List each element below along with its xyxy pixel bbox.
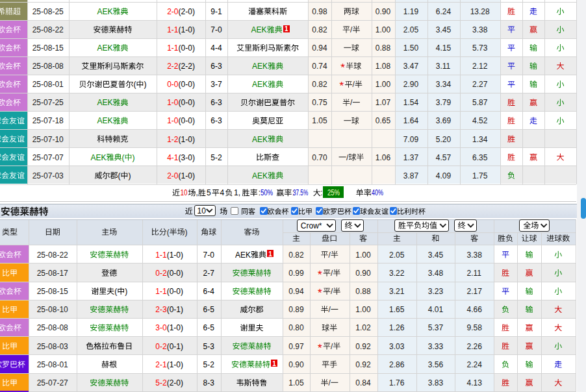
svg-text:3.87: 3.87 xyxy=(403,171,419,180)
svg-text:(1-0): (1-0) xyxy=(167,323,183,332)
svg-text:0.94: 0.94 xyxy=(312,43,327,53)
svg-text:0.94: 0.94 xyxy=(288,287,304,296)
svg-text:0.88: 0.88 xyxy=(355,287,371,296)
svg-text:(3-0): (3-0) xyxy=(179,153,195,162)
svg-text:1: 1 xyxy=(272,360,276,367)
svg-text:1.05: 1.05 xyxy=(288,378,304,387)
svg-text:*: * xyxy=(340,80,344,92)
svg-text:5-2: 5-2 xyxy=(203,360,215,369)
svg-text:2.12: 2.12 xyxy=(472,62,488,71)
svg-text:25-08-01: 25-08-01 xyxy=(37,360,68,369)
svg-text:0.90: 0.90 xyxy=(288,360,304,369)
svg-text:(2-0): (2-0) xyxy=(167,378,183,387)
svg-text:4.66: 4.66 xyxy=(467,305,483,314)
svg-text:AEK: AEK xyxy=(97,98,112,107)
svg-text:5.20: 5.20 xyxy=(436,135,452,144)
svg-text:(1-0): (1-0) xyxy=(179,135,195,144)
svg-text:3.33: 3.33 xyxy=(428,342,444,351)
svg-text:0.65: 0.65 xyxy=(376,116,391,125)
svg-text:0-0: 0-0 xyxy=(167,80,179,89)
svg-text:*: * xyxy=(318,287,322,299)
svg-text:25-07-10: 25-07-10 xyxy=(32,135,64,144)
svg-text:1.54: 1.54 xyxy=(403,98,419,107)
svg-text:0.82: 0.82 xyxy=(288,251,304,260)
svg-text:(: ( xyxy=(134,80,136,89)
svg-text:(2-2): (2-2) xyxy=(179,62,195,71)
svg-text:25-08-08: 25-08-08 xyxy=(37,323,68,332)
svg-text:(: ( xyxy=(118,171,121,180)
svg-text:0.88: 0.88 xyxy=(376,43,391,53)
svg-text::: : xyxy=(320,188,322,197)
svg-text:3.38: 3.38 xyxy=(472,25,488,34)
svg-text:3.47: 3.47 xyxy=(403,62,419,71)
svg-text:2.27: 2.27 xyxy=(472,80,488,89)
svg-text:3.79: 3.79 xyxy=(436,98,452,107)
svg-text:(0-0): (0-0) xyxy=(179,80,195,89)
svg-text:6-5: 6-5 xyxy=(203,323,215,332)
svg-text:6.35: 6.35 xyxy=(472,153,488,162)
svg-text:AEK: AEK xyxy=(252,62,268,71)
svg-text:): ) xyxy=(128,171,131,180)
svg-text:4-1: 4-1 xyxy=(167,153,179,162)
svg-text:1-1: 1-1 xyxy=(155,251,167,260)
svg-text:(: ( xyxy=(122,153,125,162)
svg-text:0.98: 0.98 xyxy=(312,7,327,16)
svg-text:0.97: 0.97 xyxy=(288,342,304,351)
svg-text:1: 1 xyxy=(285,25,288,32)
svg-text:25%: 25% xyxy=(327,188,340,197)
svg-text:0.80: 0.80 xyxy=(288,323,304,332)
svg-text:25-07-27: 25-07-27 xyxy=(37,378,68,387)
svg-text:1.00: 1.00 xyxy=(355,305,371,314)
svg-text:4.13: 4.13 xyxy=(467,378,483,387)
svg-text:2.05: 2.05 xyxy=(403,25,419,34)
svg-text:0.90: 0.90 xyxy=(376,7,391,16)
svg-text:/: / xyxy=(331,287,333,296)
svg-text:1.65: 1.65 xyxy=(389,305,405,314)
svg-text:1.02: 1.02 xyxy=(355,323,371,332)
svg-text:2-0: 2-0 xyxy=(167,7,179,16)
svg-text:1.76: 1.76 xyxy=(389,378,405,387)
svg-text:(0-1): (0-1) xyxy=(167,305,183,314)
svg-text:(0-0): (0-0) xyxy=(179,116,195,125)
svg-text:(1-0): (1-0) xyxy=(167,360,183,369)
svg-text:/: / xyxy=(353,80,355,89)
svg-text:0-2: 0-2 xyxy=(155,342,167,351)
svg-text:/: / xyxy=(329,251,331,260)
svg-text:25-07-25: 25-07-25 xyxy=(32,98,64,107)
svg-text:(1-0): (1-0) xyxy=(167,251,183,260)
svg-text:25-08-01: 25-08-01 xyxy=(32,80,64,89)
svg-text:0.84: 0.84 xyxy=(355,378,371,387)
svg-text:): ) xyxy=(144,80,146,89)
svg-text:0.99: 0.99 xyxy=(288,269,304,278)
svg-text:1.05: 1.05 xyxy=(312,116,327,125)
svg-text:25-08-15: 25-08-15 xyxy=(32,43,64,53)
svg-text:1.19: 1.19 xyxy=(403,7,419,16)
svg-text:3.56: 3.56 xyxy=(428,360,444,369)
svg-text:4.09: 4.09 xyxy=(436,171,452,180)
svg-text:50%: 50% xyxy=(261,188,274,197)
svg-text:*: * xyxy=(340,62,345,74)
svg-text:9.58: 9.58 xyxy=(467,323,483,332)
svg-text:Crow*: Crow* xyxy=(301,221,322,230)
svg-text:0-2: 0-2 xyxy=(155,269,167,278)
svg-text:2-0: 2-0 xyxy=(167,171,179,180)
svg-text:7.09: 7.09 xyxy=(403,135,419,144)
svg-text:0.92: 0.92 xyxy=(355,360,371,369)
svg-text:37.5%: 37.5% xyxy=(293,188,308,197)
svg-text:(: ( xyxy=(167,228,170,237)
svg-text:1.00: 1.00 xyxy=(355,251,371,260)
svg-text:9-1: 9-1 xyxy=(210,7,222,16)
svg-text:(0-0): (0-0) xyxy=(167,269,183,278)
svg-text:1.34: 1.34 xyxy=(472,135,488,144)
svg-text:25-08-03: 25-08-03 xyxy=(37,342,68,351)
svg-text:*: * xyxy=(318,269,322,281)
svg-text:2-1: 2-1 xyxy=(155,360,167,369)
svg-text:0.89: 0.89 xyxy=(288,305,304,314)
svg-text:2.05: 2.05 xyxy=(389,251,405,260)
svg-text:6-4: 6-4 xyxy=(203,287,215,296)
svg-text:(2-0): (2-0) xyxy=(179,7,195,16)
svg-text:5-2: 5-2 xyxy=(155,378,167,387)
svg-text:1.06: 1.06 xyxy=(376,153,391,162)
svg-text:3.11: 3.11 xyxy=(436,62,451,71)
svg-text:3.69: 3.69 xyxy=(436,116,452,125)
